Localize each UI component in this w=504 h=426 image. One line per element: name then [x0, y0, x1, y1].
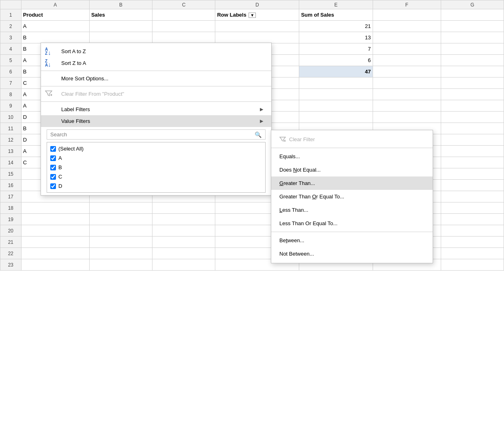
- cell-g2: [441, 21, 504, 32]
- checklist-item-d[interactable]: D: [47, 181, 265, 191]
- checkbox-select-all[interactable]: [50, 146, 56, 152]
- checkbox-a[interactable]: [50, 155, 56, 161]
- sort-a-to-z-item[interactable]: AZ↓ Sort A to Z: [41, 45, 271, 57]
- cell-g4: [441, 43, 504, 55]
- row-num-5: 5: [0, 55, 21, 66]
- row-num-6: 6: [0, 66, 21, 77]
- checkbox-b[interactable]: [50, 165, 56, 170]
- cell-e2: 21: [299, 21, 373, 32]
- value-filters-submenu: Clear Filter Equals... Does Not Equal...…: [271, 130, 433, 263]
- checklist: (Select All) A B C D: [47, 142, 266, 193]
- cell-b1[interactable]: Sales: [89, 9, 152, 21]
- cell-g12: [441, 134, 504, 146]
- submenu-less-than-equal-label: Less Than Or Equal To...: [279, 220, 337, 226]
- row-num-18: 18: [0, 202, 21, 214]
- col-header-e: E: [299, 0, 373, 9]
- cell-g3: [441, 32, 504, 43]
- col-header-d: D: [215, 0, 299, 9]
- cell-g13: [441, 146, 504, 157]
- submenu-does-not-equal[interactable]: Does Not Equal...: [271, 163, 433, 176]
- row-num-8: 8: [0, 89, 21, 100]
- row-num-12: 12: [0, 134, 21, 146]
- checklist-item-b[interactable]: B: [47, 163, 265, 172]
- checklist-item-a[interactable]: A: [47, 153, 265, 163]
- cell-a1[interactable]: Product: [21, 9, 89, 21]
- submenu-equals-label: Equals...: [279, 153, 300, 159]
- cell-e6: 47: [299, 66, 373, 77]
- cell-a2: A: [21, 21, 89, 32]
- cell-f9: [373, 100, 441, 112]
- checklist-item-c[interactable]: C: [47, 172, 265, 181]
- cell-a3: B: [21, 32, 89, 43]
- submenu-not-between-label: Not Between...: [279, 251, 314, 257]
- checklist-select-all-label: (Select All): [58, 146, 84, 152]
- row-labels-filter-btn[interactable]: ▼: [249, 13, 256, 18]
- col-header-b: B: [89, 0, 152, 9]
- submenu-clear-filter[interactable]: Clear Filter: [271, 133, 433, 146]
- submenu-greater-than[interactable]: Greater Than...: [271, 176, 433, 190]
- submenu-between-label: Between...: [279, 237, 304, 243]
- row-num-4: 4: [0, 43, 21, 55]
- search-container: 🔍: [41, 127, 271, 142]
- cell-f8: [373, 89, 441, 100]
- row-num-21: 21: [0, 237, 21, 248]
- separator-3: [41, 101, 271, 102]
- spreadsheet: A B C D E F G 1 Product Sales Row Labels…: [0, 0, 504, 426]
- col-header-c: C: [152, 0, 215, 9]
- value-filters-arrow: ▶: [260, 118, 263, 124]
- cell-g8: [441, 89, 504, 100]
- cell-b3: [89, 32, 152, 43]
- cell-f10: [373, 112, 441, 123]
- label-filters-arrow: ▶: [260, 107, 263, 112]
- cell-f6: [373, 66, 441, 77]
- cell-e3: 13: [299, 32, 373, 43]
- row-num-11: 11: [0, 123, 21, 134]
- corner-cell: [0, 0, 21, 9]
- cell-e4: 7: [299, 43, 373, 55]
- cell-g11: [441, 123, 504, 134]
- checklist-item-b-label: B: [58, 164, 62, 170]
- cell-e5: 6: [299, 55, 373, 66]
- submenu-less-than-equal[interactable]: Less Than Or Equal To...: [271, 217, 433, 230]
- row-num-1: 1: [0, 9, 21, 21]
- checklist-select-all[interactable]: (Select All): [47, 144, 265, 153]
- clear-filter-item[interactable]: Clear Filter From "Product": [41, 88, 271, 100]
- sort-z-to-a-label: Sort Z to A: [61, 60, 86, 66]
- col-header-a: A: [21, 0, 89, 9]
- value-filters-item[interactable]: Value Filters ▶: [41, 115, 271, 127]
- submenu-sep-2: [271, 232, 433, 232]
- separator-1: [41, 71, 271, 71]
- submenu-less-than[interactable]: Less Than...: [271, 203, 433, 217]
- cell-g7: [441, 77, 504, 89]
- checkbox-d[interactable]: [50, 183, 56, 189]
- cell-f7: [373, 77, 441, 89]
- search-icon: 🔍: [255, 131, 262, 138]
- label-filters-item[interactable]: Label Filters ▶: [41, 103, 271, 115]
- submenu-equals[interactable]: Equals...: [271, 150, 433, 163]
- submenu-not-between[interactable]: Not Between...: [271, 247, 433, 260]
- row-num-10: 10: [0, 112, 21, 123]
- cell-c3: [152, 32, 215, 43]
- checklist-item-d-label: D: [58, 183, 62, 189]
- value-filters-label: Value Filters: [61, 118, 90, 124]
- search-input[interactable]: [47, 129, 266, 140]
- cell-e8: [299, 89, 373, 100]
- submenu-greater-than-equal-label: Greater Than Or Equal To...: [279, 194, 344, 200]
- sort-z-to-a-item[interactable]: ZA↓ Sort Z to A: [41, 57, 271, 69]
- clear-filter-label: Clear Filter From "Product": [61, 91, 124, 97]
- more-sort-options-item[interactable]: More Sort Options...: [41, 73, 271, 84]
- cell-e1: Sum of Sales: [299, 9, 373, 21]
- row-num-22: 22: [0, 248, 21, 259]
- cell-d2: [215, 21, 299, 32]
- row-num-2: 2: [0, 21, 21, 32]
- cell-d1[interactable]: Row Labels ▼: [215, 9, 299, 21]
- row-num-17: 17: [0, 191, 21, 202]
- cell-f3: [373, 32, 441, 43]
- submenu-greater-than-equal[interactable]: Greater Than Or Equal To...: [271, 190, 433, 203]
- submenu-between[interactable]: Between...: [271, 234, 433, 247]
- checklist-item-c-label: C: [58, 174, 62, 180]
- checklist-item-a-label: A: [58, 155, 62, 161]
- checkbox-c[interactable]: [50, 174, 56, 180]
- sort-a-to-z-label: Sort A to Z: [61, 48, 86, 54]
- sort-za-icon: ZA↓: [45, 59, 51, 67]
